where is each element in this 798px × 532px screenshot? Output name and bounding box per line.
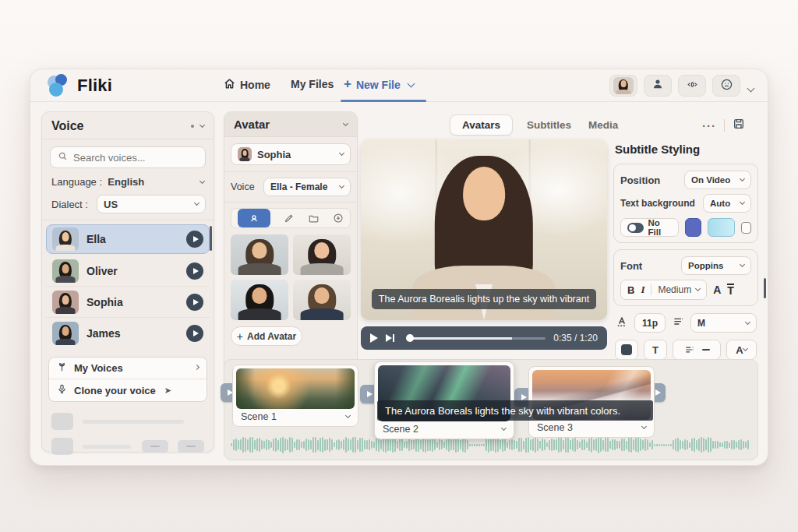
position-select[interactable]: On Video [684,171,751,189]
scene-card-1[interactable]: Scene 1 [232,365,358,427]
position-label: Position [620,174,660,186]
save-button[interactable] [733,118,745,133]
voice-panel: Voice Language : English Dialect : US [41,111,214,453]
bold-button[interactable]: B [627,284,634,296]
font-size-input[interactable]: 11p [634,313,666,333]
play-voice-button[interactable] [186,262,203,280]
search-icon [58,150,68,164]
weight-select[interactable]: Medium [658,284,700,295]
avatar-option-photo[interactable] [231,234,288,275]
chevron-down-icon [407,80,415,88]
avatar-option-photo[interactable] [231,280,288,320]
chevron-down-icon[interactable] [501,425,507,431]
alignment-button[interactable] [673,340,721,360]
folder-icon [308,213,320,224]
styling-row-size: 11p M [613,313,758,333]
voiceover-button[interactable] [678,75,706,97]
dialect-select[interactable]: US [97,195,206,213]
chevron-down-icon [339,150,344,156]
tab-avatar-selected[interactable] [238,209,270,227]
nav-home[interactable]: Home [224,78,270,92]
voice-name: Oliver [87,265,178,277]
chevron-down-icon[interactable] [747,84,755,92]
voice-row-james[interactable]: James [46,318,210,349]
list-scrollbar-thumb[interactable] [210,226,212,251]
text-height-button[interactable]: T [727,284,734,297]
avatar-option-photo[interactable] [293,234,351,275]
avatar-select[interactable]: Sophia [231,143,351,165]
play-voice-button[interactable] [186,231,203,248]
text-background-label: Text background [620,198,695,209]
voice-row-ella[interactable]: Ella [46,224,210,254]
scene-label: Scene 3 [537,422,573,433]
collapse-chevron-icon[interactable] [200,122,205,128]
chevron-down-icon[interactable] [345,413,351,418]
no-fill-toggle[interactable]: No Fill [620,218,679,237]
fliki-logo[interactable]: Fliki [46,74,112,97]
clone-voice-item[interactable]: Clone your voice ➤ [49,379,207,401]
preview-subtitle-text: The Aurora Borealis lights up the sky wi… [379,294,589,305]
size-value: M [697,318,705,329]
avatar-option-photo[interactable] [293,280,351,320]
add-avatar-button[interactable]: + Add Avatar [231,326,302,346]
color-swatch-white[interactable] [741,222,751,234]
font-label: Font [620,260,642,272]
account-button[interactable] [644,75,672,97]
language-row[interactable]: Language : English [42,168,214,191]
animation-select[interactable]: A [726,340,757,360]
scene-label: Scene 1 [241,411,277,422]
profile-photo [613,77,634,94]
home-icon [224,78,235,92]
text-style-button[interactable]: T [644,340,667,360]
chevron-down-icon[interactable] [641,424,647,429]
tab-background[interactable] [308,213,320,224]
my-voices-item[interactable]: My Voices [49,358,207,379]
seek-bar[interactable] [407,337,546,340]
drag-dot-icon [191,125,194,128]
tab-upload[interactable] [333,213,344,224]
font-select[interactable]: Poppins [681,256,751,275]
save-disk-icon [733,119,745,132]
seek-knob[interactable] [406,334,414,342]
avatar-voice-select[interactable]: Ella - Female [263,178,351,196]
video-preview[interactable]: The Aurora Borealis lights up the sky wi… [361,139,607,320]
voice-row-sophia[interactable]: Sophia [46,287,210,318]
italic-button[interactable]: I [641,284,644,296]
voice-row-oliver[interactable]: Oliver [46,255,210,287]
line-height-button[interactable] [671,315,685,331]
position-value: On Video [691,175,730,185]
voice-name: James [87,327,178,340]
nav-new-file[interactable]: + New File [344,78,414,92]
text-format-group: B I Medium [620,280,707,300]
color-swatch-cyan[interactable] [708,218,735,237]
nav-my-files[interactable]: My Files [291,78,334,90]
text-color-button[interactable] [615,340,638,360]
voice-list: Ella Oliver Sophia James [42,220,214,349]
skeleton-placeholder [42,402,214,455]
timeline: Scene 1 Scene 2 Scene 3 The Aurora Borea… [224,359,758,460]
voice-panel-title: Voice [51,119,84,133]
tab-outfit[interactable] [284,213,295,224]
text-background-select[interactable]: Auto [703,194,751,213]
panel-scrollbar-thumb[interactable] [764,278,766,298]
avatar-panel-header[interactable]: Avatar [224,112,357,137]
chevron-down-icon [745,319,750,324]
size-select[interactable]: M [690,313,757,333]
my-voices-label: My Voices [74,362,188,374]
tab-subtitles[interactable]: Subtitles [524,115,574,135]
play-voice-button[interactable] [186,325,203,342]
font-value: Poppins [688,261,723,270]
chevron-down-icon [343,120,348,125]
skip-end-button[interactable] [386,334,394,342]
tab-avatars[interactable]: Avatars [450,115,513,136]
settings-button[interactable] [712,75,740,97]
play-voice-button[interactable] [186,294,203,311]
profile-photo-button[interactable] [609,75,637,97]
letter-spacing-button[interactable] [615,315,629,332]
color-swatch-indigo[interactable] [685,218,701,237]
search-input[interactable] [73,152,190,164]
tab-media[interactable]: Media [585,115,621,135]
text-case-button[interactable]: A [711,284,722,296]
more-options-button[interactable]: ··· [702,119,716,132]
play-button[interactable] [370,333,378,343]
